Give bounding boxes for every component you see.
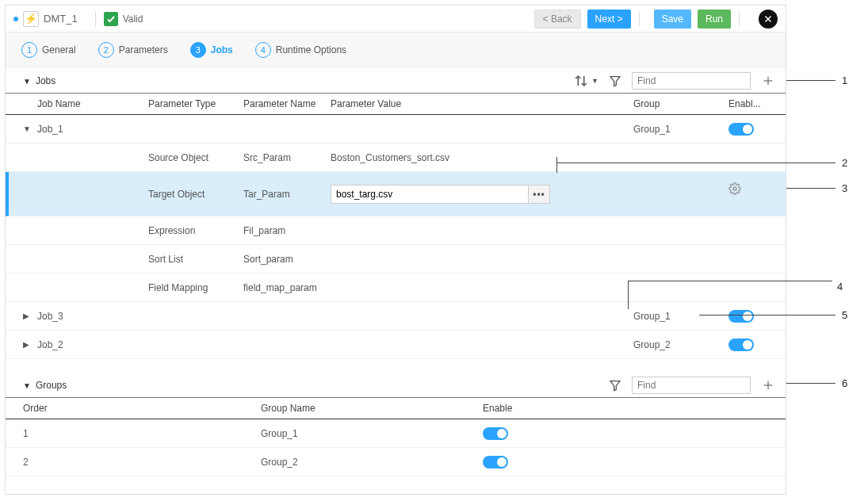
param-type: Expression bbox=[148, 225, 243, 236]
next-button[interactable]: Next > bbox=[587, 10, 631, 29]
collapse-icon[interactable]: ▼ bbox=[23, 381, 31, 390]
param-name: Src_Param bbox=[243, 152, 331, 163]
modified-indicator bbox=[13, 17, 18, 21]
svg-marker-4 bbox=[610, 77, 620, 86]
browse-button[interactable]: ••• bbox=[528, 185, 550, 204]
param-name: field_map_param bbox=[243, 282, 331, 293]
valid-label: Valid bbox=[123, 13, 143, 25]
job-name: Job_3 bbox=[37, 311, 148, 322]
param-type: Target Object bbox=[148, 189, 243, 200]
collapse-icon[interactable]: ▼ bbox=[23, 77, 31, 86]
callout-tick bbox=[556, 157, 557, 173]
job-group: Group_1 bbox=[633, 311, 728, 322]
col-enable[interactable]: Enable bbox=[483, 403, 578, 414]
jobs-column-headers: Job Name Parameter Type Parameter Name P… bbox=[6, 94, 786, 115]
col-group[interactable]: Group bbox=[633, 98, 728, 109]
job-name: Job_1 bbox=[37, 124, 148, 135]
col-group-name[interactable]: Group Name bbox=[261, 403, 483, 414]
job-row[interactable]: ▼ Job_1 Group_1 bbox=[6, 115, 786, 143]
group-name: Group_1 bbox=[261, 428, 483, 439]
step-general[interactable]: 1 General bbox=[21, 42, 76, 58]
group-row[interactable]: 1 Group_1 bbox=[6, 419, 786, 448]
group-row[interactable]: 2 Group_2 bbox=[6, 448, 786, 476]
enable-toggle[interactable] bbox=[728, 310, 754, 323]
gear-icon[interactable] bbox=[728, 182, 776, 195]
step-jobs[interactable]: 3 Jobs bbox=[190, 42, 233, 58]
close-button[interactable] bbox=[759, 10, 778, 29]
jobs-find-input[interactable] bbox=[632, 72, 751, 90]
job-group: Group_1 bbox=[633, 124, 728, 135]
divider bbox=[95, 11, 96, 27]
param-row[interactable]: Sort List Sort_param bbox=[6, 245, 786, 273]
svg-marker-8 bbox=[610, 381, 620, 391]
title-bar: ⚡ DMT_1 Valid < Back Next > Save Run bbox=[6, 6, 786, 33]
add-job-button[interactable] bbox=[760, 73, 776, 89]
param-type: Source Object bbox=[148, 152, 243, 163]
enable-toggle[interactable] bbox=[728, 338, 754, 351]
groups-find-input[interactable] bbox=[632, 377, 751, 394]
expand-icon[interactable]: ▶ bbox=[23, 312, 31, 320]
enable-toggle[interactable] bbox=[483, 427, 508, 440]
param-value-input[interactable] bbox=[331, 185, 529, 204]
jobs-title: Jobs bbox=[36, 75, 55, 86]
enable-toggle[interactable] bbox=[483, 456, 508, 468]
run-button[interactable]: Run bbox=[698, 10, 731, 29]
check-icon bbox=[104, 12, 118, 26]
task-type-icon: ⚡ bbox=[23, 11, 39, 27]
param-value: Boston_Customers_sort.csv bbox=[331, 152, 553, 163]
sort-icon[interactable] bbox=[574, 74, 588, 88]
param-row[interactable]: Field Mapping field_map_param bbox=[6, 273, 786, 302]
param-row-selected[interactable]: Target Object Tar_Param ••• bbox=[6, 172, 786, 216]
job-group: Group_2 bbox=[633, 339, 728, 350]
col-param-type[interactable]: Parameter Type bbox=[148, 98, 243, 109]
groups-section-header: ▼ Groups bbox=[6, 372, 786, 398]
sort-dropdown-icon[interactable]: ▼ bbox=[591, 77, 598, 85]
divider bbox=[639, 11, 640, 27]
groups-title: Groups bbox=[36, 380, 67, 391]
param-type: Sort List bbox=[148, 254, 243, 265]
expand-icon[interactable]: ▼ bbox=[23, 124, 31, 133]
step-parameters[interactable]: 2 Parameters bbox=[98, 42, 168, 58]
groups-column-headers: Order Group Name Enable bbox=[6, 398, 786, 419]
param-row[interactable]: Source Object Src_Param Boston_Customers… bbox=[6, 143, 786, 172]
group-name: Group_2 bbox=[261, 457, 483, 468]
col-param-name[interactable]: Parameter Name bbox=[243, 98, 331, 109]
step-runtime-options[interactable]: 4 Runtime Options bbox=[255, 42, 346, 58]
group-order: 2 bbox=[23, 457, 261, 468]
bolt-icon: ⚡ bbox=[25, 13, 37, 25]
param-name: Sort_param bbox=[243, 254, 331, 265]
job-row[interactable]: ▶ Job_3 Group_1 bbox=[6, 302, 786, 331]
task-title: DMT_1 bbox=[44, 13, 78, 25]
param-type: Field Mapping bbox=[148, 282, 243, 293]
col-param-value[interactable]: Parameter Value bbox=[331, 98, 553, 109]
filter-icon[interactable] bbox=[608, 378, 622, 392]
divider bbox=[739, 11, 740, 27]
col-enabled[interactable]: Enabl... bbox=[728, 98, 776, 109]
filter-icon[interactable] bbox=[608, 74, 622, 88]
wizard-steps: 1 General 2 Parameters 3 Jobs 4 Runtime … bbox=[6, 33, 786, 67]
svg-point-7 bbox=[733, 187, 736, 190]
param-name: Fil_param bbox=[243, 225, 331, 236]
save-button[interactable]: Save bbox=[654, 10, 691, 29]
annotation-callouts: 1 2 3 4 5 6 bbox=[786, 5, 862, 495]
enable-toggle[interactable] bbox=[728, 123, 754, 136]
validation-status: Valid bbox=[104, 12, 143, 26]
col-job-name[interactable]: Job Name bbox=[37, 98, 148, 109]
group-order: 1 bbox=[23, 428, 261, 439]
add-group-button[interactable] bbox=[760, 377, 776, 393]
param-row[interactable]: Expression Fil_param bbox=[6, 216, 786, 245]
back-button[interactable]: < Back bbox=[534, 10, 581, 29]
col-order[interactable]: Order bbox=[23, 403, 261, 414]
param-name: Tar_Param bbox=[243, 189, 331, 200]
job-name: Job_2 bbox=[37, 339, 148, 350]
expand-icon[interactable]: ▶ bbox=[23, 340, 31, 349]
job-row[interactable]: ▶ Job_2 Group_2 bbox=[6, 331, 786, 359]
jobs-section-header: ▼ Jobs ▼ bbox=[6, 67, 786, 94]
